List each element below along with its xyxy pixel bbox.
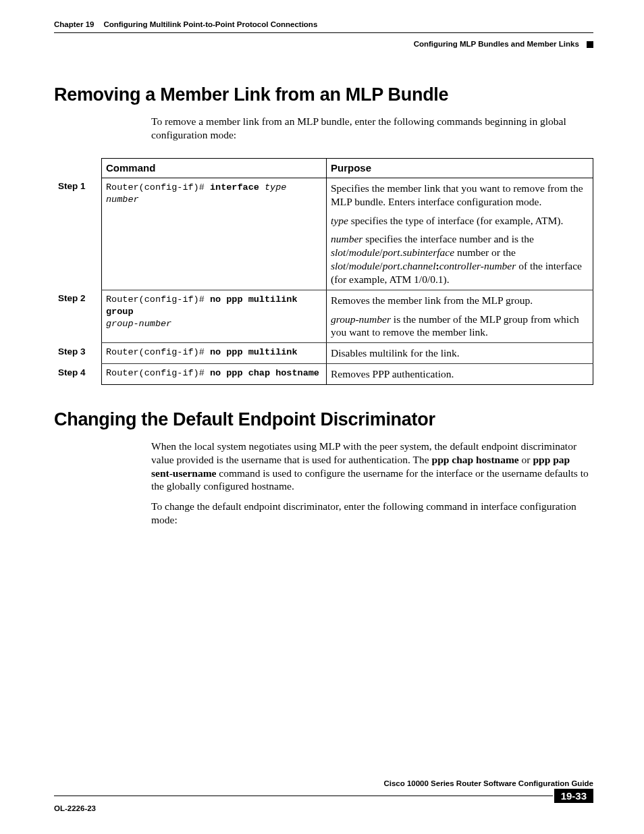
command-table-wrapper: Command Purpose Step 1 Router(config-if)… <box>54 158 593 385</box>
chapter-title: Configuring Multilink Point-to-Point Pro… <box>103 20 317 28</box>
table-row: Step 3 Router(config-if)# no ppp multili… <box>54 343 593 364</box>
step-label: Step 3 <box>54 343 102 364</box>
step-label: Step 4 <box>54 364 102 385</box>
purpose-cell: Removes PPP authentication. <box>327 364 593 385</box>
col-header-purpose: Purpose <box>327 158 593 178</box>
page-number: 19-33 <box>554 789 593 803</box>
command-cell: Router(config-if)# no ppp multilink <box>102 343 327 364</box>
section-heading-removing: Removing a Member Link from an MLP Bundl… <box>54 84 593 105</box>
chapter-label: Chapter 19 <box>54 20 94 28</box>
step-label: Step 1 <box>54 178 102 290</box>
table-row: Step 2 Router(config-if)# no ppp multili… <box>54 290 593 342</box>
header-rule <box>54 32 593 33</box>
guide-title: Cisco 10000 Series Router Software Confi… <box>54 779 593 787</box>
document-page: Chapter 19 Configuring Multilink Point-t… <box>0 0 644 834</box>
step-label: Step 2 <box>54 290 102 342</box>
section2-para1: When the local system negotiates using M… <box>151 440 593 493</box>
command-table: Command Purpose Step 1 Router(config-if)… <box>54 158 593 385</box>
running-header: Chapter 19 Configuring Multilink Point-t… <box>54 20 593 28</box>
section1-intro: To remove a member link from an MLP bund… <box>151 115 593 142</box>
table-row: Step 1 Router(config-if)# interface type… <box>54 178 593 290</box>
purpose-cell: Removes the member link from the MLP gro… <box>327 290 593 342</box>
section-path: Configuring MLP Bundles and Member Links <box>54 40 593 48</box>
purpose-cell: Specifies the member link that you want … <box>327 178 593 290</box>
table-row: Step 4 Router(config-if)# no ppp chap ho… <box>54 364 593 385</box>
command-cell: Router(config-if)# interface type number <box>102 178 327 290</box>
command-cell: Router(config-if)# no ppp chap hostname <box>102 364 327 385</box>
purpose-cell: Disables multilink for the link. <box>327 343 593 364</box>
doc-id: OL-2226-23 <box>54 804 593 812</box>
footer-rule: 19-33 <box>54 789 593 803</box>
page-footer: Cisco 10000 Series Router Software Confi… <box>54 779 593 812</box>
col-header-command: Command <box>102 158 327 178</box>
section-heading-changing: Changing the Default Endpoint Discrimina… <box>54 409 593 430</box>
section2-para2: To change the default endpoint discrimin… <box>151 500 593 527</box>
command-cell: Router(config-if)# no ppp multilink grou… <box>102 290 327 342</box>
